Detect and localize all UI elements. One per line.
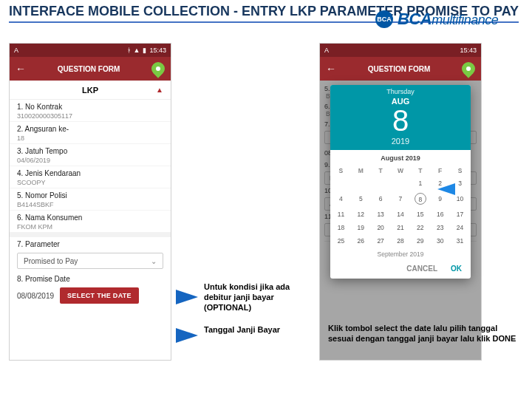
logo-text-bold: BCA — [398, 10, 432, 29]
calendar-day — [352, 177, 370, 189]
appbar-title: QUESTION FORM — [368, 65, 430, 73]
date-picker-header: Thursday AUG 8 2019 — [330, 85, 471, 150]
wifi-icon: ▲ — [134, 47, 140, 54]
caption-date: Tanggal Janji Bayar — [204, 325, 315, 335]
caption-parameter: Untuk kondisi jika ada debitur janji bay… — [204, 282, 318, 313]
chevron-down-icon: ⌄ — [151, 257, 157, 265]
logo-text-rest: multifinance — [432, 13, 498, 28]
back-icon[interactable]: ← — [16, 63, 26, 75]
annotation-arrow-icon — [176, 290, 198, 304]
calendar-day[interactable]: 13 — [372, 208, 390, 220]
app-toolbar: ← QUESTION FORM — [10, 57, 171, 81]
calendar-day[interactable]: 20 — [372, 222, 390, 233]
logo-badge-icon: BCA — [375, 10, 393, 28]
appbar-title: QUESTION FORM — [58, 65, 120, 73]
calendar-day[interactable]: 31 — [451, 235, 469, 247]
calendar-day[interactable]: 29 — [411, 235, 429, 247]
calendar-day — [332, 177, 350, 189]
label-jatuh-tempo: 3. Jatuh Tempo — [17, 147, 163, 155]
calendar-day[interactable]: 28 — [392, 235, 410, 247]
dp-year: 2019 — [330, 137, 471, 146]
location-pin-icon[interactable] — [459, 59, 477, 78]
label-nomor-polisi: 5. Nomor Polisi — [17, 191, 163, 200]
section-header-lkp[interactable]: LKP ▲ — [10, 81, 171, 100]
parameter-select[interactable]: Promised to Pay ⌄ — [17, 253, 163, 269]
calendar-dow: S — [332, 166, 350, 176]
label-promise-date: 8. Promise Date — [17, 275, 163, 283]
calendar-day[interactable]: 22 — [411, 222, 429, 233]
calendar-day[interactable]: 4 — [332, 191, 350, 207]
value-no-kontrak: 310020000305117 — [17, 112, 163, 120]
back-icon[interactable]: ← — [326, 63, 336, 75]
calendar-dow: F — [431, 166, 449, 176]
label-nama-konsumen: 6. Nama Konsumen — [17, 214, 163, 222]
annotation-arrow-icon — [176, 328, 198, 343]
form-body: 1. No Kontrak310020000305117 2. Angsuran… — [10, 100, 171, 307]
parameter-select-value: Promised to Pay — [24, 257, 78, 265]
calendar-grid: SMTWTFS 12345678910111213141516171819202… — [330, 164, 471, 248]
calendar-day[interactable]: 24 — [451, 222, 469, 233]
annotation-arrow-icon — [437, 183, 455, 195]
calendar-day[interactable]: 5 — [352, 191, 370, 207]
calendar-dow: T — [411, 166, 429, 176]
calendar-day[interactable]: 27 — [372, 235, 390, 247]
dp-weekday: Thursday — [330, 88, 471, 95]
calendar-dow: W — [392, 166, 410, 176]
dp-day-number: 8 — [330, 106, 471, 135]
calendar-day[interactable]: 7 — [392, 191, 410, 207]
slide-header: INTERFACE MOBILE COLLECTION - ENTRY LKP … — [9, 3, 523, 38]
calendar-day[interactable]: 15 — [411, 208, 429, 220]
calendar-day — [372, 177, 390, 189]
calendar-day[interactable]: 12 — [352, 208, 370, 220]
app-toolbar: ← QUESTION FORM — [320, 57, 481, 81]
carrier-text: A — [324, 47, 329, 54]
brand-logo: BCA BCA multifinance — [375, 4, 523, 34]
calendar-dow: S — [451, 166, 469, 176]
android-statusbar: A 15:43 — [320, 44, 481, 57]
value-jenis-kendaraan: SCOOPY — [17, 179, 163, 186]
calendar-day[interactable]: 23 — [431, 222, 449, 233]
calendar-day[interactable]: 17 — [451, 208, 469, 220]
calendar-day[interactable]: 16 — [431, 208, 449, 220]
label-jenis-kendaraan: 4. Jenis Kendaraan — [17, 169, 163, 177]
clock-text: 15:43 — [460, 47, 477, 54]
calendar-dow: T — [372, 166, 390, 176]
calendar-day[interactable]: 14 — [392, 208, 410, 220]
dp-month-label: August 2019 — [330, 150, 471, 164]
value-nama-konsumen: FKOM KPM — [17, 223, 163, 231]
value-angsuran: 18 — [17, 134, 163, 142]
calendar-day[interactable]: 6 — [372, 191, 390, 207]
signal-icon: ▮ — [143, 47, 146, 54]
calendar-day — [392, 177, 410, 189]
android-statusbar: A ᚼ ▲ ▮ 15:43 — [10, 44, 171, 57]
calendar-day[interactable]: 11 — [332, 208, 350, 220]
date-picker-modal: Thursday AUG 8 2019 August 2019 SMTWTFS … — [330, 85, 471, 279]
calendar-day[interactable]: 21 — [392, 222, 410, 233]
calendar-day[interactable]: 30 — [431, 235, 449, 247]
phone-screenshot-right: A 15:43 ← QUESTION FORM 5. NoB12 6. NABE… — [319, 43, 482, 361]
value-nomor-polisi: B4144SBKF — [17, 201, 163, 208]
calendar-day[interactable]: 1 — [411, 177, 429, 189]
calendar-day[interactable]: 8 — [411, 191, 429, 207]
calendar-day[interactable]: 18 — [332, 222, 350, 233]
select-date-button[interactable]: SELECT THE DATE — [60, 287, 139, 304]
label-no-kontrak: 1. No Kontrak — [17, 103, 163, 111]
calendar-day[interactable]: 26 — [352, 235, 370, 247]
bluetooth-icon: ᚼ — [127, 47, 131, 54]
cancel-button[interactable]: CANCEL — [406, 265, 437, 273]
label-angsuran: 2. Angsuran ke- — [17, 125, 163, 133]
value-promise-date: 08/08/2019 — [17, 292, 54, 300]
clock-text: 15:43 — [149, 47, 166, 54]
section-lkp-label: LKP — [82, 86, 98, 95]
value-jatuh-tempo: 04/06/2019 — [17, 157, 163, 164]
calendar-day[interactable]: 19 — [352, 222, 370, 233]
carrier-text: A — [14, 47, 18, 54]
ok-button[interactable]: OK — [451, 265, 462, 273]
label-parameter: 7. Parameter — [17, 240, 163, 248]
caption-instructions: Klik tombol select the date lalu pilih t… — [328, 324, 520, 344]
location-pin-icon[interactable] — [149, 59, 167, 78]
phone-screenshot-left: A ᚼ ▲ ▮ 15:43 ← QUESTION FORM LKP ▲ 1. N… — [9, 43, 171, 361]
calendar-day[interactable]: 25 — [332, 235, 350, 247]
collapse-icon: ▲ — [156, 86, 163, 94]
dp-next-month: September 2019 — [330, 248, 471, 260]
